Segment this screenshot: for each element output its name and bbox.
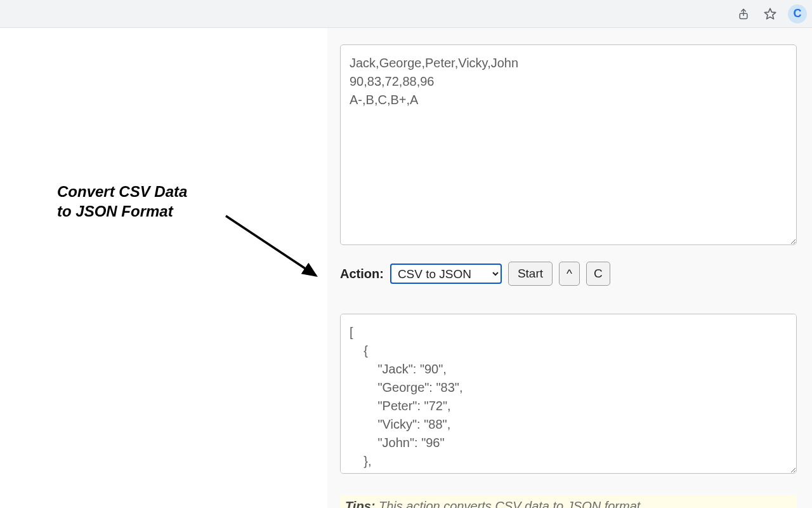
annotation-caption: Convert CSV Data to JSON Format bbox=[57, 182, 187, 221]
star-icon[interactable] bbox=[761, 5, 779, 23]
svg-marker-1 bbox=[764, 8, 775, 19]
action-row: Action: CSV to JSON Start ^ C bbox=[340, 262, 797, 286]
json-output-textarea[interactable] bbox=[340, 314, 797, 474]
caret-button[interactable]: ^ bbox=[559, 262, 580, 286]
csv-input-textarea[interactable] bbox=[340, 44, 797, 245]
share-icon[interactable] bbox=[735, 5, 752, 23]
extension-badge[interactable]: C bbox=[788, 4, 807, 23]
action-select[interactable]: CSV to JSON bbox=[390, 264, 502, 284]
tips-bar: Tips: This action converts CSV data to J… bbox=[340, 495, 797, 508]
annotation-line-1: Convert CSV Data bbox=[57, 183, 187, 200]
annotation-line-2: to JSON Format bbox=[57, 203, 173, 220]
arrow-icon bbox=[222, 212, 330, 288]
start-button[interactable]: Start bbox=[508, 262, 553, 286]
tips-label: Tips: bbox=[345, 499, 375, 508]
tips-text: This action converts CSV data to JSON fo… bbox=[375, 499, 640, 508]
converter-panel: Action: CSV to JSON Start ^ C Tips: This… bbox=[327, 28, 812, 508]
clear-button[interactable]: C bbox=[586, 262, 610, 286]
svg-line-3 bbox=[226, 216, 316, 276]
browser-toolbar: C bbox=[0, 0, 812, 28]
action-label: Action: bbox=[340, 267, 384, 281]
page-body: Convert CSV Data to JSON Format Action: … bbox=[0, 28, 812, 508]
